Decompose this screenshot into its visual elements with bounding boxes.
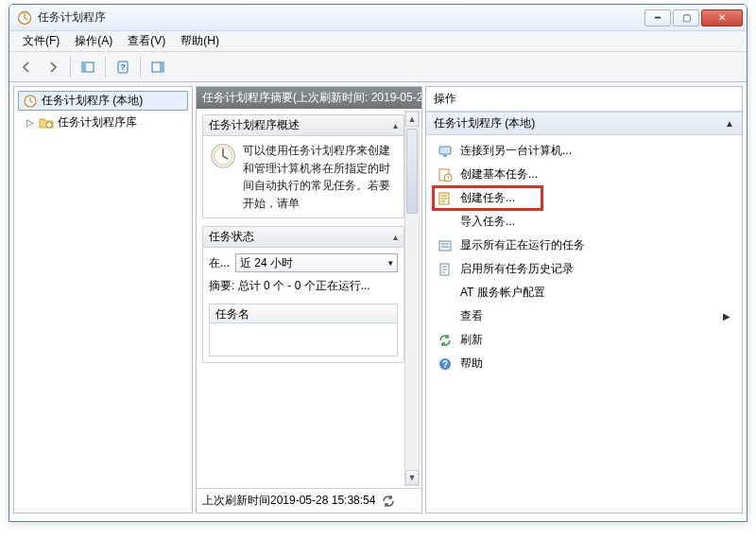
action-label: 创建基本任务...: [460, 166, 538, 183]
overview-header[interactable]: 任务计划程序概述 ▴: [203, 115, 404, 136]
svg-rect-6: [160, 62, 163, 72]
chevron-down-icon: ▾: [388, 258, 393, 268]
actions-title: 操作: [426, 87, 742, 112]
tree-root-label: 任务计划程序 (本地): [42, 93, 143, 109]
back-button[interactable]: [15, 56, 38, 78]
action-label: AT 服务帐户配置: [460, 285, 545, 301]
main-body: 任务计划程序 (本地) ▷ 任务计划程序库 任务计划程序摘要(上次刷新时间: 2…: [9, 82, 747, 517]
summary-pane: 任务计划程序摘要(上次刷新时间: 2019-05-2 ▲ ▼ 任务计划程序概述 …: [196, 86, 422, 513]
running-icon: [438, 238, 453, 253]
scrollbar[interactable]: ▲ ▼: [404, 111, 420, 486]
toolbar-separator: [105, 57, 106, 78]
action-create-task[interactable]: 创建任务...: [426, 186, 742, 210]
tree-item-library[interactable]: ▷ 任务计划程序库: [22, 113, 188, 132]
task-name-col: 任务名: [215, 307, 249, 321]
help-icon: ?: [438, 356, 453, 372]
action-label: 刷新: [460, 332, 483, 348]
status-group: 任务状态 ▴ 在... 近 24 小时 ▾ 摘要: 总计 0 个 - 0 个正在…: [202, 226, 404, 363]
actions-list: 连接到另一台计算机... 创建基本任务... 创建任务... 导入任务...: [426, 135, 742, 379]
action-label: 创建任务...: [460, 190, 515, 206]
app-icon: [17, 10, 32, 26]
action-show-running[interactable]: 显示所有正在运行的任务: [426, 234, 742, 257]
tree-pane: 任务计划程序 (本地) ▷ 任务计划程序库: [13, 86, 193, 513]
window-title: 任务计划程序: [38, 9, 644, 26]
svg-point-8: [46, 122, 52, 128]
svg-rect-2: [82, 62, 86, 72]
actions-pane: 操作 任务计划程序 (本地) ▲ 连接到另一台计算机... 创建基本任务... …: [425, 86, 743, 513]
scroll-down-button[interactable]: ▼: [405, 470, 419, 485]
window-controls: ━ ▢ ✕: [644, 9, 743, 26]
menu-view[interactable]: 查看(V): [120, 31, 173, 51]
toolbar: ?: [9, 52, 747, 82]
toolbar-separator: [70, 57, 71, 78]
status-title: 任务状态: [209, 229, 254, 245]
chevron-up-icon: ▲: [725, 118, 734, 129]
svg-rect-16: [439, 241, 451, 251]
menubar: 文件(F) 操作(A) 查看(V) 帮助(H): [9, 31, 747, 52]
svg-text:?: ?: [442, 358, 448, 369]
action-view[interactable]: 查看 ▶: [426, 304, 742, 328]
app-window: 任务计划程序 ━ ▢ ✕ 文件(F) 操作(A) 查看(V) 帮助(H) ? 任…: [9, 4, 747, 522]
minimize-button[interactable]: ━: [644, 9, 671, 26]
task-list: 任务名: [209, 304, 398, 356]
scroll-up-button[interactable]: ▲: [405, 112, 419, 127]
summary-footer: 上次刷新时间2019-05-28 15:38:54: [197, 488, 421, 513]
clock-icon: [209, 142, 237, 170]
overview-group: 任务计划程序概述 ▴ 可以使用任务计划程序来创建和管理计算机将在所指定的时间自动…: [202, 114, 404, 218]
chevron-up-icon: ▴: [393, 120, 398, 130]
blank-icon: [438, 286, 453, 301]
svg-text:?: ?: [120, 62, 126, 72]
status-header[interactable]: 任务状态 ▴: [203, 227, 404, 248]
action-label: 显示所有正在运行的任务: [460, 237, 585, 253]
action-help[interactable]: ? 帮助: [426, 352, 742, 375]
svg-rect-11: [439, 147, 451, 154]
action-refresh[interactable]: 刷新: [426, 328, 742, 352]
action-label: 帮助: [460, 356, 483, 372]
help-button[interactable]: ?: [112, 56, 134, 78]
forward-button[interactable]: [42, 56, 64, 78]
blank-icon: [438, 215, 453, 230]
menu-help[interactable]: 帮助(H): [173, 31, 227, 51]
tree-root[interactable]: 任务计划程序 (本地): [18, 91, 188, 111]
last-refresh-label: 上次刷新时间2019-05-28 15:38:54: [202, 493, 375, 509]
summary-body: ▲ ▼ 任务计划程序概述 ▴ 可以使用任务计划程序来创建和管理计算机将在所指定的…: [197, 109, 421, 488]
computer-icon: [438, 144, 453, 159]
actions-scope-label: 任务计划程序 (本地): [434, 115, 535, 131]
status-range-select[interactable]: 近 24 小时 ▾: [235, 253, 398, 272]
action-label: 连接到另一台计算机...: [460, 143, 572, 159]
expand-icon[interactable]: ▷: [26, 117, 35, 128]
action-connect[interactable]: 连接到另一台计算机...: [426, 139, 742, 163]
action-at-config[interactable]: AT 服务帐户配置: [426, 281, 742, 304]
toolbar-separator: [140, 57, 141, 78]
blank-icon: [438, 309, 453, 324]
action-label: 启用所有任务历史记录: [460, 261, 574, 277]
task-basic-icon: [438, 167, 453, 183]
action-label: 导入任务...: [460, 214, 515, 230]
scroll-thumb[interactable]: [406, 129, 418, 214]
show-hide-tree-button[interactable]: [77, 56, 99, 78]
overview-text: 可以使用任务计划程序来创建和管理计算机将在所指定的时间自动执行的常见任务。若要开…: [243, 144, 390, 210]
refresh-icon: [438, 333, 453, 348]
status-summary: 摘要: 总计 0 个 - 0 个正在运行...: [209, 278, 398, 294]
actions-scope[interactable]: 任务计划程序 (本地) ▲: [426, 112, 742, 135]
history-icon: [438, 262, 453, 277]
action-enable-history[interactable]: 启用所有任务历史记录: [426, 257, 742, 281]
status-range-label: 在...: [209, 255, 230, 271]
titlebar[interactable]: 任务计划程序 ━ ▢ ✕: [9, 5, 747, 31]
status-range-value: 近 24 小时: [240, 255, 293, 271]
submenu-arrow-icon: ▶: [723, 311, 730, 322]
svg-rect-12: [443, 155, 447, 157]
action-create-basic[interactable]: 创建基本任务...: [426, 163, 742, 186]
folder-clock-icon: [39, 115, 54, 130]
action-import[interactable]: 导入任务...: [426, 210, 742, 234]
chevron-up-icon: ▴: [393, 232, 398, 242]
maximize-button[interactable]: ▢: [673, 9, 699, 26]
refresh-icon[interactable]: [381, 494, 396, 509]
summary-header: 任务计划程序摘要(上次刷新时间: 2019-05-2: [197, 87, 421, 109]
menu-action[interactable]: 操作(A): [67, 31, 120, 51]
status-body: 在... 近 24 小时 ▾ 摘要: 总计 0 个 - 0 个正在运行... 任…: [203, 248, 404, 362]
menu-file[interactable]: 文件(F): [15, 31, 67, 51]
task-list-header[interactable]: 任务名: [210, 304, 397, 323]
show-hide-action-button[interactable]: [146, 56, 169, 78]
close-button[interactable]: ✕: [701, 9, 743, 26]
